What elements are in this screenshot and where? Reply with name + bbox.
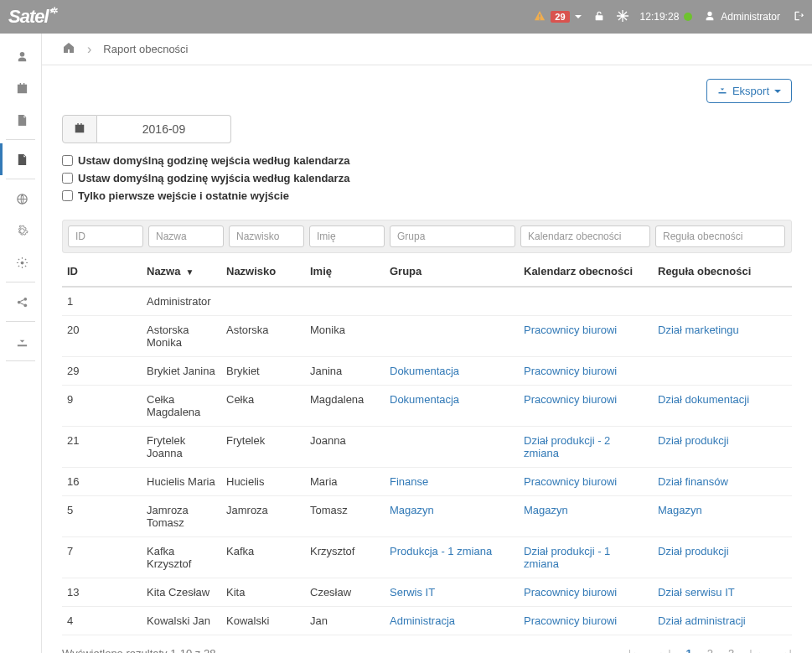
filter-id[interactable] bbox=[68, 225, 143, 247]
table-cell[interactable]: Dział produkcji bbox=[653, 537, 792, 578]
table-cell: Janina bbox=[305, 357, 385, 386]
export-label: Eksport bbox=[732, 85, 769, 97]
pager-page-3[interactable]: 3 bbox=[728, 647, 734, 653]
user-menu[interactable]: Administrator bbox=[704, 10, 780, 24]
caret-down-icon bbox=[575, 15, 582, 18]
caret-down-icon bbox=[774, 90, 781, 93]
sidebar-separator bbox=[6, 139, 34, 140]
alerts-dropdown[interactable]: 29 bbox=[534, 10, 581, 24]
filter-nazwa[interactable] bbox=[148, 225, 224, 247]
table-cell[interactable]: Dział produkcji - 2 zmiana bbox=[519, 427, 653, 468]
table-cell[interactable]: Dział administracji bbox=[653, 607, 792, 635]
th-kalendarz[interactable]: Kalendarz obecności bbox=[519, 257, 653, 287]
table-cell[interactable]: Magazyn bbox=[385, 496, 519, 537]
table-row[interactable]: 9Cełka MagdalenaCełkaMagdalenaDokumentac… bbox=[62, 386, 792, 427]
table-cell[interactable]: Magazyn bbox=[519, 496, 653, 537]
table-row[interactable]: 29Brykiet JaninaBrykietJaninaDokumentacj… bbox=[62, 357, 792, 386]
logout-icon bbox=[792, 10, 804, 24]
checkbox-first-last[interactable]: Tylko pierwsze wejście i ostatnie wyjści… bbox=[62, 187, 792, 205]
pager-page-2[interactable]: 2 bbox=[707, 647, 713, 653]
table-cell[interactable]: Pracownicy biurowi bbox=[519, 468, 653, 496]
table-cell[interactable]: Administracja bbox=[385, 607, 519, 635]
table-cell[interactable]: Dział produkcji - 1 zmiana bbox=[519, 537, 653, 578]
table-cell[interactable]: Serwis IT bbox=[385, 578, 519, 607]
table-row[interactable]: 21Frytelek JoannaFrytelekJoannaDział pro… bbox=[62, 427, 792, 468]
nav-report[interactable] bbox=[0, 143, 41, 175]
checkbox-input[interactable] bbox=[62, 173, 73, 184]
th-nazwa[interactable]: Nazwa▼ bbox=[142, 257, 221, 287]
table-cell: Kita Czesław bbox=[142, 578, 221, 607]
th-grupa[interactable]: Grupa bbox=[385, 257, 519, 287]
breadcrumb-page: Raport obecności bbox=[103, 43, 188, 55]
nav-config[interactable] bbox=[0, 215, 41, 246]
table-cell[interactable]: Dział serwisu IT bbox=[653, 578, 792, 607]
clock: 12:19:28 bbox=[640, 11, 693, 23]
filter-grupa[interactable] bbox=[390, 225, 515, 247]
table-row[interactable]: 1Administrator bbox=[62, 287, 792, 316]
table-row[interactable]: 16Hucielis MariaHucielisMariaFinansePrac… bbox=[62, 468, 792, 496]
unlock-button[interactable] bbox=[593, 10, 605, 24]
snowflake-icon bbox=[617, 10, 628, 24]
table-footer: Wyświetlono rezultaty 1-10 z 28. |← ←| 1… bbox=[62, 635, 792, 653]
table-cell[interactable]: Dokumentacja bbox=[385, 386, 519, 427]
table-row[interactable]: 5Jamroza TomaszJamrozaTomaszMagazynMagaz… bbox=[62, 496, 792, 537]
nav-download[interactable] bbox=[0, 325, 41, 357]
table-cell: Frytelek Joanna bbox=[142, 427, 221, 468]
pager-last[interactable]: →| bbox=[778, 647, 792, 653]
date-input[interactable] bbox=[97, 115, 231, 143]
checkbox-entry-time[interactable]: Ustaw domyślną godzinę wejścia według ka… bbox=[62, 152, 792, 169]
results-text: Wyświetlono rezultaty 1-10 z 28. bbox=[62, 647, 219, 653]
table-cell[interactable]: Pracownicy biurowi bbox=[519, 357, 653, 386]
logout-button[interactable] bbox=[792, 10, 804, 24]
checkbox-input[interactable] bbox=[62, 155, 73, 166]
nav-calendar[interactable] bbox=[0, 72, 41, 104]
checkbox-label: Ustaw domyślną godzinę wyjścia według ka… bbox=[78, 172, 349, 184]
svg-point-4 bbox=[23, 303, 27, 307]
table-cell[interactable]: Dział finansów bbox=[653, 468, 792, 496]
table-cell: 29 bbox=[62, 357, 142, 386]
table-cell: Brykiet Janina bbox=[142, 357, 221, 386]
table-row[interactable]: 13Kita CzesławKitaCzesławSerwis ITPracow… bbox=[62, 578, 792, 607]
table-row[interactable]: 4Kowalski JanKowalskiJanAdministracjaPra… bbox=[62, 607, 792, 635]
nav-user[interactable] bbox=[0, 40, 41, 72]
table-cell[interactable]: Dokumentacja bbox=[385, 357, 519, 386]
export-button[interactable]: Eksport bbox=[706, 79, 792, 103]
table-row[interactable]: 7Kafka KrzysztofKafkaKrzysztofProdukcja … bbox=[62, 537, 792, 578]
table-row[interactable]: 20Astorska MonikaAstorskaMonikaPracownic… bbox=[62, 316, 792, 357]
nav-settings[interactable] bbox=[0, 246, 41, 278]
table-cell[interactable]: Pracownicy biurowi bbox=[519, 578, 653, 607]
table-cell[interactable]: Magazyn bbox=[653, 496, 792, 537]
pager-prev[interactable]: ←| bbox=[657, 647, 670, 653]
table-cell: Frytelek bbox=[221, 427, 305, 468]
filter-regula[interactable] bbox=[655, 225, 785, 247]
table-cell[interactable]: Pracownicy biurowi bbox=[519, 386, 653, 427]
th-regula[interactable]: Reguła obecności bbox=[653, 257, 792, 287]
pager-next[interactable]: |→ bbox=[749, 647, 763, 653]
nav-document[interactable] bbox=[0, 104, 41, 136]
th-id[interactable]: ID bbox=[62, 257, 142, 287]
table-cell[interactable]: Dział marketingu bbox=[653, 316, 792, 357]
date-picker-button[interactable] bbox=[62, 115, 97, 143]
nav-share[interactable] bbox=[0, 286, 41, 318]
th-imie[interactable]: Imię bbox=[305, 257, 385, 287]
table-cell: Kita bbox=[221, 578, 305, 607]
pager-first[interactable]: |← bbox=[628, 647, 642, 653]
table-cell[interactable]: Produkcja - 1 zmiana bbox=[385, 537, 519, 578]
home-icon[interactable] bbox=[62, 41, 75, 57]
table-cell[interactable]: Dział dokumentacji bbox=[653, 386, 792, 427]
table-cell[interactable]: Finanse bbox=[385, 468, 519, 496]
table-cell[interactable]: Pracownicy biurowi bbox=[519, 316, 653, 357]
nav-globe[interactable] bbox=[0, 183, 41, 215]
checkbox-input[interactable] bbox=[62, 190, 73, 201]
filter-imie[interactable] bbox=[309, 225, 385, 247]
pager-page-1[interactable]: 1 bbox=[686, 647, 692, 653]
table-cell[interactable]: Pracownicy biurowi bbox=[519, 607, 653, 635]
table-cell[interactable]: Dział produkcji bbox=[653, 427, 792, 468]
filter-kalendarz[interactable] bbox=[520, 225, 650, 247]
settings-button[interactable] bbox=[617, 10, 628, 24]
table-cell bbox=[385, 316, 519, 357]
filter-nazwisko[interactable] bbox=[229, 225, 304, 247]
table-cell: Cełka bbox=[221, 386, 305, 427]
checkbox-exit-time[interactable]: Ustaw domyślną godzinę wyjścia według ka… bbox=[62, 169, 792, 187]
th-nazwisko[interactable]: Nazwisko bbox=[221, 257, 305, 287]
